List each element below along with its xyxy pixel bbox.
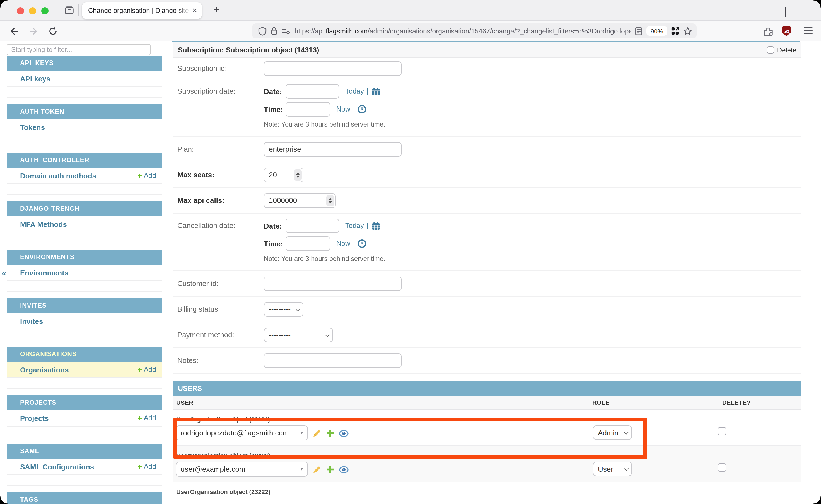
view-eye-icon[interactable] — [339, 466, 348, 473]
user-select[interactable]: user@example.com ▾ — [176, 462, 308, 477]
subscription-time-input[interactable] — [285, 102, 330, 117]
screen-corner — [0, 0, 8, 8]
bookmark-star-icon[interactable] — [683, 26, 692, 35]
sidebar-collapse-icon[interactable]: « — [2, 268, 6, 278]
customer-id-input[interactable] — [264, 276, 401, 291]
traffic-light-close[interactable] — [17, 7, 24, 14]
now-link[interactable]: Now — [336, 240, 350, 248]
today-link[interactable]: Today — [345, 88, 364, 95]
cancellation-date-input[interactable] — [285, 219, 339, 233]
sidebar-item-organisations[interactable]: Organisations — [7, 365, 69, 374]
number-stepper[interactable] — [326, 195, 334, 206]
url-host: flagsmith.com — [326, 27, 367, 35]
sidebar-item-projects[interactable]: Projects — [7, 414, 49, 422]
column-header-role: ROLE — [592, 399, 610, 406]
field-label: Max seats: — [173, 171, 264, 179]
clock-icon[interactable] — [358, 239, 367, 248]
now-link[interactable]: Now — [336, 105, 350, 113]
reload-icon[interactable] — [48, 26, 58, 36]
delete-checkbox[interactable] — [718, 463, 726, 472]
screen-corner — [813, 496, 821, 504]
sidebar-empty-row — [7, 135, 162, 146]
payment-method-select[interactable]: --------- — [264, 328, 333, 342]
subscription-date-input[interactable] — [285, 84, 339, 99]
calendar-icon[interactable] — [371, 87, 380, 96]
traffic-light-minimize[interactable] — [29, 7, 36, 14]
zoom-level-badge[interactable]: 90% — [647, 26, 667, 36]
sidebar-empty-row — [7, 329, 162, 340]
sidebar-empty-row — [7, 427, 162, 437]
field-label: Max api calls: — [173, 196, 264, 205]
sidebar-item-saml-configurations[interactable]: SAML Configurations — [7, 462, 94, 471]
field-row-notes: Notes: — [173, 348, 801, 374]
calendar-icon[interactable] — [371, 222, 380, 230]
field-row-max-seats: Max seats: — [173, 162, 801, 188]
add-plus-icon[interactable] — [326, 466, 334, 473]
lock-icon[interactable] — [270, 27, 278, 35]
sidebar-section-header: SAML — [7, 444, 162, 459]
max-api-calls-input[interactable] — [264, 193, 336, 208]
tab-divider — [78, 4, 79, 16]
new-tab-button[interactable]: + — [214, 4, 219, 16]
field-row-subscription-date: Subscription date: Date: Today | — [173, 79, 801, 137]
users-module-header: USERS — [173, 381, 801, 396]
url-bar[interactable]: https://api.flagsmith.com/admin/organisa… — [252, 23, 697, 38]
sidebar-filter-input[interactable] — [7, 44, 151, 55]
sidebar-toggle-icon[interactable] — [64, 4, 75, 16]
reader-mode-icon[interactable] — [635, 26, 643, 35]
sidebar-empty-row — [7, 281, 162, 292]
timezone-note: Note: You are 3 hours behind server time… — [264, 255, 385, 263]
sidebar-item-tokens[interactable]: Tokens — [7, 123, 45, 131]
sidebar-item-invites[interactable]: Invites — [7, 317, 43, 325]
active-tab[interactable]: Change organisation | Django site ad ✕ — [82, 2, 202, 19]
today-link[interactable]: Today — [345, 222, 364, 230]
url-text[interactable]: https://api.flagsmith.com/admin/organisa… — [294, 27, 631, 35]
subscription-id-input[interactable] — [264, 61, 401, 76]
plus-icon: + — [137, 414, 142, 422]
plus-icon: + — [137, 172, 142, 180]
ublock-origin-icon[interactable]: uO — [782, 26, 791, 36]
sidebar-section-saml: SAML SAML Configurations +Add — [7, 444, 162, 486]
add-link[interactable]: +Add — [137, 414, 156, 422]
add-link[interactable]: +Add — [137, 366, 156, 374]
column-header-delete: DELETE? — [722, 399, 750, 406]
sidebar-item-domain-auth-methods[interactable]: Domain auth methods — [7, 171, 96, 180]
edit-pencil-icon[interactable] — [312, 465, 321, 474]
role-select[interactable]: User — [593, 462, 632, 476]
notes-input[interactable] — [264, 353, 401, 368]
delete-checkbox[interactable] — [718, 427, 726, 435]
billing-status-select[interactable]: --------- — [264, 302, 303, 316]
add-link[interactable]: +Add — [137, 463, 156, 471]
sidebar-section-projects: PROJECTS Projects +Add — [7, 395, 162, 437]
tab-list-chevron-icon[interactable] — [785, 7, 786, 17]
number-stepper[interactable] — [294, 169, 301, 180]
cancellation-time-input[interactable] — [285, 236, 330, 251]
sidebar-section-header: ENVIRONMENTS — [7, 250, 162, 265]
back-icon[interactable] — [9, 26, 19, 36]
sidebar-section-auth-controller: AUTH_CONTROLLER Domain auth methods +Add — [7, 153, 162, 195]
field-label: Payment method: — [173, 331, 264, 339]
plus-icon: + — [137, 366, 142, 374]
shield-icon[interactable] — [258, 26, 266, 35]
clock-icon[interactable] — [358, 105, 367, 114]
timezone-note: Note: You are 3 hours behind server time… — [264, 120, 385, 128]
sidebar-item-api-keys[interactable]: API keys — [7, 74, 50, 83]
forward-icon[interactable] — [28, 26, 38, 36]
extensions-puzzle-icon[interactable] — [763, 26, 774, 37]
permissions-icon[interactable] — [282, 28, 290, 34]
add-link[interactable]: +Add — [137, 172, 156, 180]
sidebar-section-header: ORGANISATIONS — [7, 347, 162, 362]
menu-hamburger-icon[interactable] — [804, 27, 813, 34]
sidebar-item-mfa-methods[interactable]: MFA Methods — [7, 220, 67, 228]
pocket-tiles-icon[interactable] — [671, 27, 679, 35]
subscription-delete-checkbox[interactable] — [767, 46, 774, 54]
traffic-light-zoom[interactable] — [41, 7, 49, 14]
time-label: Time: — [264, 105, 285, 113]
field-label: Plan: — [173, 145, 264, 153]
field-row-payment-method: Payment method: --------- — [173, 322, 801, 348]
screen-corner — [813, 0, 821, 8]
tab-close-icon[interactable]: ✕ — [192, 6, 197, 14]
sidebar-item-environments[interactable]: Environments — [7, 268, 68, 277]
plan-input[interactable] — [264, 142, 401, 156]
column-header-user: USER — [176, 399, 193, 406]
